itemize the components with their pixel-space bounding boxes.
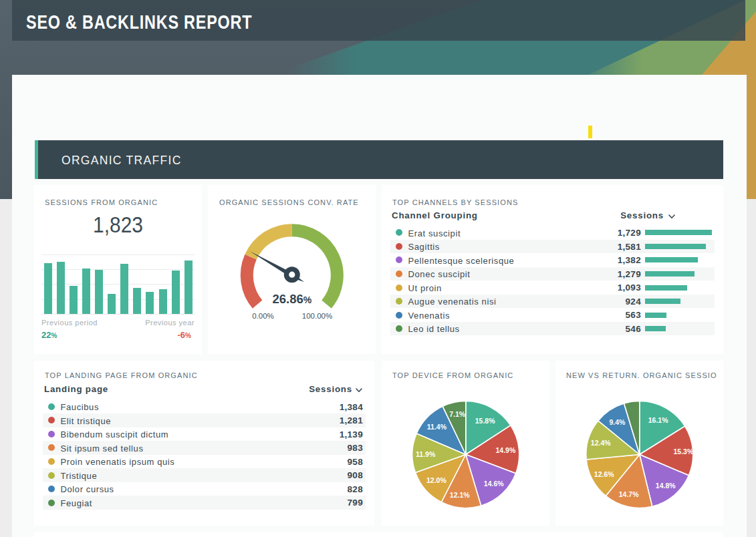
svg-text:12.1%: 12.1% — [450, 491, 470, 499]
svg-text:14.7%: 14.7% — [619, 490, 639, 498]
svg-text:14.9%: 14.9% — [496, 446, 516, 454]
svg-text:26.86%: 26.86% — [272, 292, 311, 306]
svg-text:9.4%: 9.4% — [609, 418, 626, 426]
svg-text:14.8%: 14.8% — [656, 482, 676, 490]
svg-text:15.8%: 15.8% — [475, 417, 495, 425]
svg-text:14.6%: 14.6% — [484, 480, 504, 488]
svg-text:100.00%: 100.00% — [302, 312, 332, 320]
svg-text:0.00%: 0.00% — [252, 312, 274, 320]
svg-text:12.6%: 12.6% — [594, 470, 614, 478]
svg-text:15.3%: 15.3% — [674, 448, 694, 456]
svg-text:7.1%: 7.1% — [449, 410, 466, 418]
svg-text:11.4%: 11.4% — [427, 423, 447, 431]
svg-text:11.9%: 11.9% — [416, 450, 436, 458]
svg-text:16.1%: 16.1% — [648, 416, 668, 424]
svg-text:12.0%: 12.0% — [426, 476, 447, 484]
svg-text:12.4%: 12.4% — [591, 439, 611, 447]
